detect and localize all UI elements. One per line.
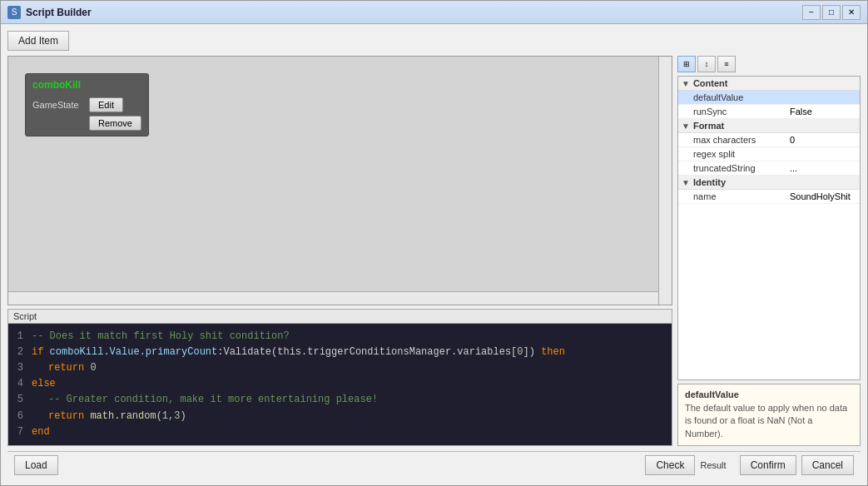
edit-button[interactable]: Edit xyxy=(89,97,123,112)
confirm-button[interactable]: Confirm xyxy=(740,455,796,475)
prop-name-maxchars: max characters xyxy=(693,135,790,145)
prop-val-truncated: ... xyxy=(790,163,856,173)
bottom-bar: Load Check Result Confirm Cancel xyxy=(7,451,861,479)
line-num-3: 3 xyxy=(13,360,23,376)
prop-val-name: SoundHolyShit xyxy=(790,191,856,201)
props-grid-button[interactable]: ⊞ xyxy=(677,56,696,72)
line-num-2: 2 xyxy=(13,345,23,360)
script-line-7: 7 end xyxy=(13,424,667,440)
line-num-5: 5 xyxy=(13,392,23,408)
horizontal-scrollbar[interactable] xyxy=(8,291,658,305)
section-format[interactable]: ▼ Format xyxy=(678,119,860,133)
line-num-6: 6 xyxy=(13,409,23,424)
script-section: Script 1 -- Does it match first Holy shi… xyxy=(7,309,672,446)
script-line-4: 4 else xyxy=(13,376,667,392)
info-text: The default value to apply when no data … xyxy=(685,402,853,440)
line-num-4: 4 xyxy=(13,376,23,392)
prop-max-chars[interactable]: max characters 0 xyxy=(678,133,860,147)
node-block: comboKill GameState Edit Remove xyxy=(25,73,149,136)
section-content-label: Content xyxy=(693,78,728,88)
prop-name-name: name xyxy=(693,191,790,201)
prop-name-truncated: truncatedString xyxy=(693,163,790,173)
window-title: Script Builder xyxy=(26,7,802,18)
node-row-remove: Remove xyxy=(32,116,141,131)
script-line-5: 5 -- Greater condition, make it more ent… xyxy=(13,392,667,408)
action-buttons: Confirm Cancel xyxy=(740,455,854,475)
node-title: comboKill xyxy=(32,79,141,91)
cancel-button[interactable]: Cancel xyxy=(801,455,854,475)
props-sort-button[interactable]: ↕ xyxy=(697,56,716,72)
minimize-button[interactable]: − xyxy=(802,5,821,20)
vertical-scrollbar[interactable] xyxy=(658,57,672,305)
prop-val-maxchars: 0 xyxy=(790,135,856,145)
canvas-area[interactable]: comboKill GameState Edit Remove xyxy=(7,56,672,305)
code-line-2: if comboKill.Value.primaryCount:Validate… xyxy=(32,345,565,360)
script-line-6: 6 return math.random(1,3) xyxy=(13,409,667,424)
code-line-3: return 0 xyxy=(32,360,97,376)
title-bar: S Script Builder − □ ✕ xyxy=(1,1,867,24)
app-icon: S xyxy=(7,6,21,19)
prop-truncated-string[interactable]: truncatedString ... xyxy=(678,161,860,176)
collapse-format-icon: ▼ xyxy=(682,122,690,131)
toolbar: Add Item xyxy=(7,31,861,51)
check-button[interactable]: Check xyxy=(645,455,695,475)
title-bar-controls: − □ ✕ xyxy=(802,5,861,20)
section-identity[interactable]: ▼ Identity xyxy=(678,176,860,190)
close-button[interactable]: ✕ xyxy=(842,5,861,20)
prop-default-value[interactable]: defaultValue xyxy=(678,91,860,105)
node-label: GameState xyxy=(32,100,82,110)
prop-regex-split[interactable]: regex split xyxy=(678,147,860,161)
section-identity-label: Identity xyxy=(693,177,726,187)
result-label: Result xyxy=(700,460,726,470)
script-line-3: 3 return 0 xyxy=(13,360,667,376)
node-row: GameState Edit xyxy=(32,97,141,112)
properties-tree[interactable]: ▼ Content defaultValue runSync False ▼ xyxy=(677,76,861,380)
script-line-2: 2 if comboKill.Value.primaryCount:Valida… xyxy=(13,345,667,360)
prop-name-runsync: runSync xyxy=(693,107,790,117)
info-box: defaultValue The default value to apply … xyxy=(677,384,861,446)
code-line-1: -- Does it match first Holy shit conditi… xyxy=(32,329,290,345)
right-panel: ⊞ ↕ ≡ ▼ Content defaultValue xyxy=(677,56,861,446)
main-panel: comboKill GameState Edit Remove xyxy=(7,56,861,446)
props-filter-button[interactable]: ≡ xyxy=(717,56,736,72)
collapse-identity-icon: ▼ xyxy=(682,178,690,187)
script-line-1: 1 -- Does it match first Holy shit condi… xyxy=(13,329,667,345)
code-line-4: else xyxy=(32,376,56,392)
prop-name-identity[interactable]: name SoundHolyShit xyxy=(678,190,860,204)
prop-name-regex: regex split xyxy=(693,149,790,159)
load-button[interactable]: Load xyxy=(14,455,58,475)
collapse-content-icon: ▼ xyxy=(682,79,690,88)
content-area: Add Item comboKill GameState Edit xyxy=(1,24,867,485)
code-line-6: return math.random(1,3) xyxy=(32,409,186,424)
prop-val-runsync: False xyxy=(790,107,856,117)
add-item-button[interactable]: Add Item xyxy=(7,31,69,51)
code-line-5: -- Greater condition, make it more enter… xyxy=(32,392,378,408)
maximize-button[interactable]: □ xyxy=(822,5,841,20)
prop-run-sync[interactable]: runSync False xyxy=(678,105,860,119)
result-section: Check Result xyxy=(65,455,727,475)
section-content[interactable]: ▼ Content xyxy=(678,77,860,91)
left-panel: comboKill GameState Edit Remove xyxy=(7,56,672,446)
line-num-1: 1 xyxy=(13,329,23,345)
info-title: defaultValue xyxy=(685,389,853,399)
main-window: S Script Builder − □ ✕ Add Item comboKil… xyxy=(0,0,868,486)
prop-name-default: defaultValue xyxy=(693,92,790,102)
script-label: Script xyxy=(8,310,672,324)
line-num-7: 7 xyxy=(13,424,23,440)
code-line-7: end xyxy=(32,424,50,440)
props-toolbar: ⊞ ↕ ≡ xyxy=(677,56,861,72)
section-format-label: Format xyxy=(693,121,724,131)
remove-button[interactable]: Remove xyxy=(89,116,141,131)
script-editor[interactable]: 1 -- Does it match first Holy shit condi… xyxy=(8,324,672,445)
